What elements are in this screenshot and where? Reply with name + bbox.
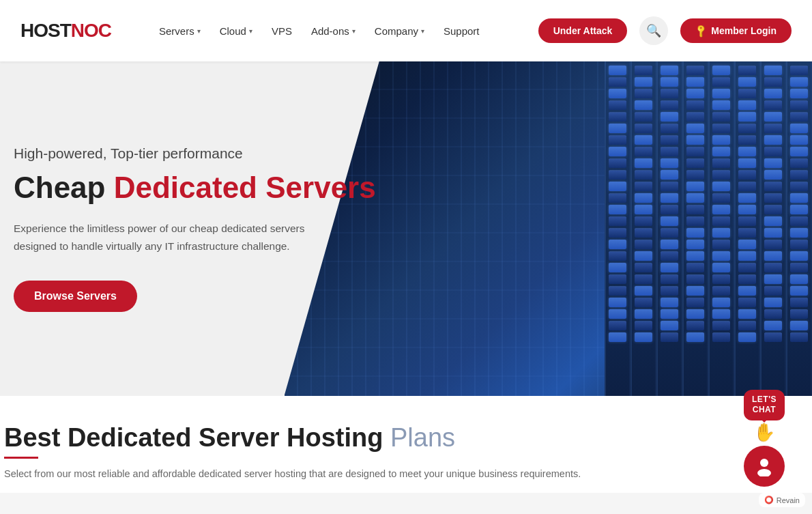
under-attack-button[interactable]: Under Attack <box>538 18 628 43</box>
nav-support[interactable]: Support <box>437 20 487 42</box>
chat-hand-icon: 🤚 <box>753 422 775 443</box>
site-header: HOSTNOC Servers ▾ Cloud ▾ VPS Add-ons ▾ … <box>0 0 812 61</box>
browse-servers-button[interactable]: Browse Servers <box>14 281 137 312</box>
nav-cloud[interactable]: Cloud ▾ <box>213 20 259 42</box>
chat-bubble[interactable]: LET'SCHAT <box>744 390 785 420</box>
hero-title-plain: Cheap <box>14 171 114 204</box>
logo-noc: NOC <box>71 20 111 42</box>
hero-title: Cheap Dedicated Servers <box>14 171 376 204</box>
chat-bubble-label: LET'SCHAT <box>752 395 777 415</box>
chevron-down-icon: ▾ <box>352 27 356 35</box>
plans-section: Best Dedicated Server Hosting Plans Sele… <box>0 396 812 493</box>
hero-content: High-powered, Top-tier performance Cheap… <box>0 104 396 352</box>
nav-addons[interactable]: Add-ons ▾ <box>304 20 362 42</box>
chevron-down-icon: ▾ <box>421 27 424 35</box>
section-description: Select from our most reliable and afford… <box>4 468 618 479</box>
section-title-accent: Plans <box>390 423 455 452</box>
chat-widget: LET'SCHAT 🤚 <box>744 390 785 487</box>
svg-point-1 <box>757 469 771 476</box>
nav-vps[interactable]: VPS <box>265 20 299 42</box>
svg-point-0 <box>760 459 768 467</box>
logo-host: HOST <box>20 20 71 42</box>
section-title-plain: Best Dedicated Server Hosting <box>4 423 390 452</box>
chat-avatar-icon <box>754 456 774 476</box>
search-button[interactable]: 🔍 <box>639 16 668 45</box>
nav-company[interactable]: Company ▾ <box>368 20 431 42</box>
main-nav: Servers ▾ Cloud ▾ VPS Add-ons ▾ Company … <box>152 16 792 45</box>
chat-avatar-button[interactable] <box>744 446 785 487</box>
logo-link[interactable]: HOSTNOC <box>20 20 111 42</box>
search-icon: 🔍 <box>646 23 661 38</box>
chevron-down-icon: ▾ <box>249 27 252 35</box>
nav-servers[interactable]: Servers ▾ <box>152 20 207 42</box>
hero-description: Experience the limitless power of our ch… <box>14 220 328 256</box>
chevron-down-icon: ▾ <box>197 27 201 35</box>
section-title: Best Dedicated Server Hosting Plans <box>4 423 798 453</box>
hero-subtitle: High-powered, Top-tier performance <box>14 145 376 162</box>
member-login-button[interactable]: 🔑 Member Login <box>680 18 792 43</box>
hero-title-accent: Dedicated Servers <box>114 171 376 204</box>
section-underline <box>4 457 38 459</box>
key-icon: 🔑 <box>693 23 708 38</box>
hero-section: High-powered, Top-tier performance Cheap… <box>0 61 812 396</box>
